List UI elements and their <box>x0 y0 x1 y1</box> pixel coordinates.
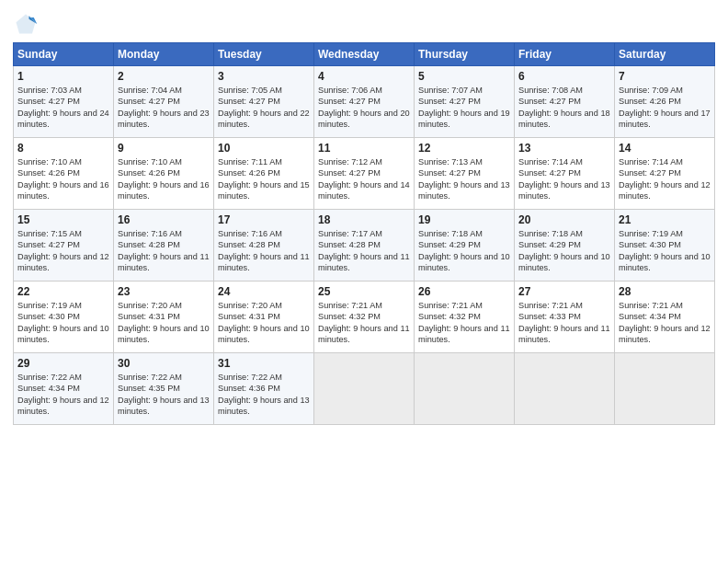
calendar-cell: 11Sunrise: 7:12 AMSunset: 4:27 PMDayligh… <box>314 138 415 210</box>
calendar-cell: 1Sunrise: 7:03 AMSunset: 4:27 PMDaylight… <box>14 66 114 138</box>
cell-info: Sunrise: 7:22 AMSunset: 4:36 PMDaylight:… <box>218 373 310 416</box>
day-number: 19 <box>418 213 510 226</box>
cell-info: Sunrise: 7:08 AMSunset: 4:27 PMDaylight:… <box>518 86 610 129</box>
calendar-cell: 6Sunrise: 7:08 AMSunset: 4:27 PMDaylight… <box>515 66 615 138</box>
cell-info: Sunrise: 7:22 AMSunset: 4:35 PMDaylight:… <box>118 373 210 416</box>
header-row <box>13 11 715 37</box>
cell-info: Sunrise: 7:09 AMSunset: 4:26 PMDaylight:… <box>619 86 711 129</box>
calendar-cell: 31Sunrise: 7:22 AMSunset: 4:36 PMDayligh… <box>214 353 314 425</box>
calendar-week-2: 8Sunrise: 7:10 AMSunset: 4:26 PMDaylight… <box>14 138 715 210</box>
day-number: 9 <box>118 142 210 155</box>
header-day-tuesday: Tuesday <box>214 43 314 66</box>
calendar-cell <box>415 353 515 425</box>
header-day-sunday: Sunday <box>14 43 114 66</box>
day-number: 20 <box>518 213 610 226</box>
calendar-week-3: 15Sunrise: 7:15 AMSunset: 4:27 PMDayligh… <box>14 210 715 282</box>
calendar-cell: 2Sunrise: 7:04 AMSunset: 4:27 PMDaylight… <box>114 66 214 138</box>
day-number: 27 <box>518 285 610 298</box>
day-number: 7 <box>619 70 711 83</box>
day-number: 15 <box>17 213 109 226</box>
cell-info: Sunrise: 7:21 AMSunset: 4:32 PMDaylight:… <box>318 301 410 344</box>
calendar-cell: 14Sunrise: 7:14 AMSunset: 4:27 PMDayligh… <box>615 138 715 210</box>
calendar-cell: 4Sunrise: 7:06 AMSunset: 4:27 PMDaylight… <box>314 66 415 138</box>
header-row-days: SundayMondayTuesdayWednesdayThursdayFrid… <box>14 43 715 66</box>
calendar-cell: 28Sunrise: 7:21 AMSunset: 4:34 PMDayligh… <box>615 282 715 353</box>
day-number: 30 <box>118 357 210 370</box>
header-day-friday: Friday <box>515 43 615 66</box>
calendar-cell: 26Sunrise: 7:21 AMSunset: 4:32 PMDayligh… <box>415 282 515 353</box>
calendar-cell <box>314 353 415 425</box>
day-number: 22 <box>17 285 109 298</box>
day-number: 1 <box>17 70 109 83</box>
day-number: 4 <box>318 70 410 83</box>
day-number: 25 <box>318 285 410 298</box>
cell-info: Sunrise: 7:14 AMSunset: 4:27 PMDaylight:… <box>619 157 711 201</box>
calendar-cell: 17Sunrise: 7:16 AMSunset: 4:28 PMDayligh… <box>214 210 314 282</box>
calendar-cell: 10Sunrise: 7:11 AMSunset: 4:26 PMDayligh… <box>214 138 314 210</box>
day-number: 14 <box>619 142 711 155</box>
calendar-cell: 13Sunrise: 7:14 AMSunset: 4:27 PMDayligh… <box>515 138 615 210</box>
calendar-cell: 20Sunrise: 7:18 AMSunset: 4:29 PMDayligh… <box>515 210 615 282</box>
cell-info: Sunrise: 7:19 AMSunset: 4:30 PMDaylight:… <box>17 301 109 344</box>
calendar-cell: 16Sunrise: 7:16 AMSunset: 4:28 PMDayligh… <box>114 210 214 282</box>
header-day-wednesday: Wednesday <box>314 43 415 66</box>
day-number: 21 <box>619 213 711 226</box>
page-container: SundayMondayTuesdayWednesdayThursdayFrid… <box>0 0 728 434</box>
calendar-cell: 30Sunrise: 7:22 AMSunset: 4:35 PMDayligh… <box>114 353 214 425</box>
cell-info: Sunrise: 7:14 AMSunset: 4:27 PMDaylight:… <box>518 157 610 201</box>
calendar-cell: 27Sunrise: 7:21 AMSunset: 4:33 PMDayligh… <box>515 282 615 353</box>
header-day-thursday: Thursday <box>415 43 515 66</box>
day-number: 26 <box>418 285 510 298</box>
day-number: 13 <box>518 142 610 155</box>
calendar-cell: 15Sunrise: 7:15 AMSunset: 4:27 PMDayligh… <box>14 210 114 282</box>
calendar-cell <box>515 353 615 425</box>
calendar-cell: 29Sunrise: 7:22 AMSunset: 4:34 PMDayligh… <box>14 353 114 425</box>
day-number: 12 <box>418 142 510 155</box>
calendar-cell: 9Sunrise: 7:10 AMSunset: 4:26 PMDaylight… <box>114 138 214 210</box>
day-number: 8 <box>17 142 109 155</box>
cell-info: Sunrise: 7:20 AMSunset: 4:31 PMDaylight:… <box>218 301 310 344</box>
calendar-cell: 18Sunrise: 7:17 AMSunset: 4:28 PMDayligh… <box>314 210 415 282</box>
calendar-cell: 8Sunrise: 7:10 AMSunset: 4:26 PMDaylight… <box>14 138 114 210</box>
cell-info: Sunrise: 7:16 AMSunset: 4:28 PMDaylight:… <box>118 229 210 272</box>
cell-info: Sunrise: 7:05 AMSunset: 4:27 PMDaylight:… <box>218 86 310 129</box>
calendar-week-4: 22Sunrise: 7:19 AMSunset: 4:30 PMDayligh… <box>14 282 715 353</box>
calendar-cell: 21Sunrise: 7:19 AMSunset: 4:30 PMDayligh… <box>615 210 715 282</box>
cell-info: Sunrise: 7:11 AMSunset: 4:26 PMDaylight:… <box>218 157 310 201</box>
day-number: 18 <box>318 213 410 226</box>
calendar-table: SundayMondayTuesdayWednesdayThursdayFrid… <box>13 42 715 425</box>
header-day-saturday: Saturday <box>615 43 715 66</box>
cell-info: Sunrise: 7:16 AMSunset: 4:28 PMDaylight:… <box>218 229 310 272</box>
cell-info: Sunrise: 7:21 AMSunset: 4:33 PMDaylight:… <box>518 301 610 344</box>
calendar-cell <box>615 353 715 425</box>
cell-info: Sunrise: 7:03 AMSunset: 4:27 PMDaylight:… <box>17 86 109 129</box>
calendar-cell: 24Sunrise: 7:20 AMSunset: 4:31 PMDayligh… <box>214 282 314 353</box>
calendar-cell: 22Sunrise: 7:19 AMSunset: 4:30 PMDayligh… <box>14 282 114 353</box>
day-number: 31 <box>218 357 310 370</box>
calendar-cell: 23Sunrise: 7:20 AMSunset: 4:31 PMDayligh… <box>114 282 214 353</box>
cell-info: Sunrise: 7:13 AMSunset: 4:27 PMDaylight:… <box>418 157 510 201</box>
day-number: 28 <box>619 285 711 298</box>
header-day-monday: Monday <box>114 43 214 66</box>
cell-info: Sunrise: 7:20 AMSunset: 4:31 PMDaylight:… <box>118 301 210 344</box>
calendar-cell: 19Sunrise: 7:18 AMSunset: 4:29 PMDayligh… <box>415 210 515 282</box>
calendar-cell: 25Sunrise: 7:21 AMSunset: 4:32 PMDayligh… <box>314 282 415 353</box>
cell-info: Sunrise: 7:19 AMSunset: 4:30 PMDaylight:… <box>619 229 711 272</box>
calendar-cell: 12Sunrise: 7:13 AMSunset: 4:27 PMDayligh… <box>415 138 515 210</box>
calendar-cell: 5Sunrise: 7:07 AMSunset: 4:27 PMDaylight… <box>415 66 515 138</box>
cell-info: Sunrise: 7:10 AMSunset: 4:26 PMDaylight:… <box>17 157 109 201</box>
day-number: 2 <box>118 70 210 83</box>
cell-info: Sunrise: 7:18 AMSunset: 4:29 PMDaylight:… <box>518 229 610 272</box>
cell-info: Sunrise: 7:04 AMSunset: 4:27 PMDaylight:… <box>118 86 210 129</box>
day-number: 3 <box>218 70 310 83</box>
cell-info: Sunrise: 7:21 AMSunset: 4:34 PMDaylight:… <box>619 301 711 344</box>
day-number: 23 <box>118 285 210 298</box>
logo-icon <box>13 11 39 37</box>
day-number: 6 <box>518 70 610 83</box>
day-number: 24 <box>218 285 310 298</box>
day-number: 29 <box>17 357 109 370</box>
day-number: 17 <box>218 213 310 226</box>
cell-info: Sunrise: 7:10 AMSunset: 4:26 PMDaylight:… <box>118 157 210 201</box>
cell-info: Sunrise: 7:12 AMSunset: 4:27 PMDaylight:… <box>318 157 410 201</box>
cell-info: Sunrise: 7:07 AMSunset: 4:27 PMDaylight:… <box>418 86 510 129</box>
